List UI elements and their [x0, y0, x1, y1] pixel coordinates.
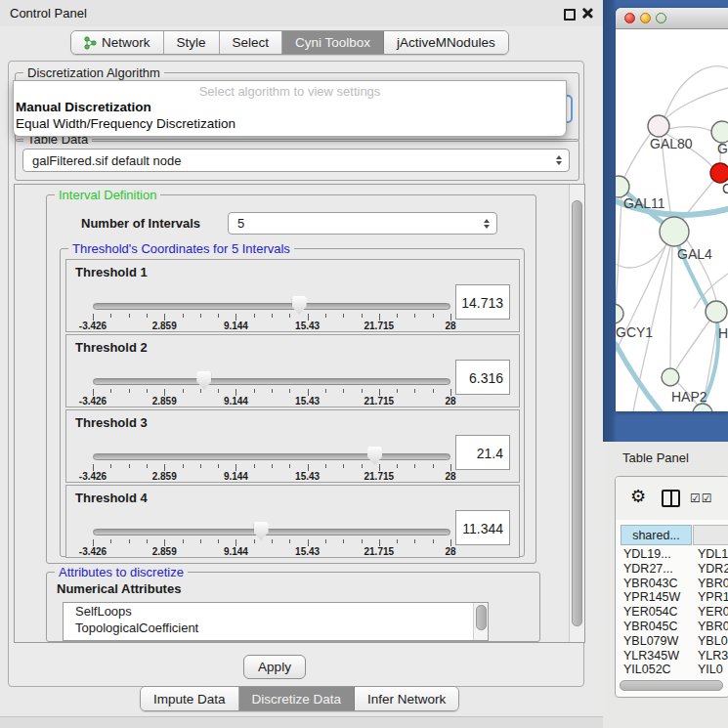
threshold-slider-track[interactable] [93, 303, 450, 310]
network-node[interactable] [616, 304, 623, 323]
bottom-tab-infer-network[interactable]: Infer Network [355, 687, 458, 710]
algorithm-dropdown-options: Manual DiscretizationEqual Width/Frequen… [14, 99, 566, 132]
threshold-panel: Threshold 1-3.4262.8599.14415.4321.71528… [65, 259, 520, 332]
attribute-list-item[interactable]: TopologicalCoefficient [64, 620, 488, 636]
threshold-slider-track[interactable] [93, 529, 450, 535]
minimize-traffic-light-icon[interactable] [640, 13, 651, 23]
zoom-traffic-light-icon[interactable] [656, 13, 666, 23]
table-row[interactable]: YLR345WYLR3 [621, 649, 728, 664]
thresholds-group-label: Threshold's Coordinates for 5 Intervals [68, 241, 294, 256]
split-columns-icon[interactable] [662, 490, 680, 507]
threshold-slider-track[interactable] [93, 453, 450, 460]
tab-select[interactable]: Select [220, 31, 283, 54]
network-node-label: C [722, 181, 728, 196]
network-node[interactable] [710, 163, 728, 183]
network-node-label: GCY1 [616, 324, 653, 340]
threshold-label: Threshold 2 [75, 340, 148, 355]
slider-tick-labels: -3.4262.8599.14415.4321.71528 [93, 321, 450, 331]
attributes-scrollbar-thumb[interactable] [476, 605, 487, 630]
settings-scrollpane: Interval Definition Number of Intervals … [14, 184, 585, 643]
numerical-attributes-list[interactable]: SelfLoopsTopologicalCoefficientBetweenne… [63, 602, 489, 641]
attribute-list-item[interactable]: SelfLoops [64, 603, 488, 620]
threshold-slider-thumb[interactable] [292, 296, 307, 315]
threshold-slider-track[interactable] [93, 378, 450, 385]
numerical-attributes-label: Numerical Attributes [57, 581, 181, 596]
network-node[interactable] [648, 115, 669, 137]
table-data-combo[interactable]: galFiltered.sif default node [22, 149, 570, 172]
tab-style[interactable]: Style [164, 31, 220, 54]
control-panel-window: Control Panel NetworkStyleSelectCyni Too… [0, 0, 603, 728]
cell-shared-name: YDR27... [623, 562, 673, 576]
attribute-items: SelfLoopsTopologicalCoefficientBetweenne… [64, 603, 488, 641]
gear-icon[interactable]: ⚙ [630, 488, 646, 505]
table-panel: ⚙ ☑☑ shared... n YDL19...YDL1YDR27...YDR… [615, 476, 728, 698]
table-panel-title: Table Panel [622, 450, 689, 465]
network-node[interactable] [660, 217, 689, 246]
table-row[interactable]: YBR043CYBR0 [621, 577, 728, 591]
algorithm-option[interactable]: Manual Discretization [14, 99, 566, 115]
number-of-intervals-combo[interactable]: 5 [228, 212, 497, 235]
tab-network[interactable]: Network [71, 31, 164, 54]
bottom-tab-impute-data[interactable]: Impute Data [141, 687, 239, 710]
threshold-value-field[interactable]: 21.4 [455, 435, 510, 470]
attributes-scrollbar[interactable] [473, 603, 488, 640]
network-node[interactable] [706, 301, 727, 322]
algorithm-option[interactable]: Equal Width/Frequency Discretization [14, 115, 566, 132]
network-node-label: H [718, 325, 728, 341]
threshold-slider-thumb[interactable] [367, 447, 382, 465]
network-node[interactable] [693, 404, 712, 411]
table-row[interactable]: YPR145WYPR1 [621, 590, 728, 605]
cell-name: YBR0 [698, 620, 728, 633]
network-view-window[interactable]: GAL80GALCGAL11GAL4GCY1HHAP2 [616, 8, 728, 411]
table-row[interactable]: YDL19...YDL1 [621, 547, 728, 562]
close-icon[interactable] [581, 8, 592, 19]
threshold-label: Threshold 1 [75, 265, 148, 279]
table-row[interactable]: YBR045CYBR0 [621, 620, 728, 634]
column-header-shared[interactable]: shared... [621, 525, 692, 545]
table-row[interactable]: YDR27...YDR2 [621, 562, 728, 577]
threshold-value-field[interactable]: 6.316 [455, 360, 510, 395]
slider-tick-labels: -3.4262.8599.14415.4321.71528 [93, 546, 450, 557]
cell-name: YLR3 [698, 649, 728, 663]
tab-label: jActiveMNodules [397, 35, 495, 50]
threshold-panel: Threshold 3-3.4262.8599.14415.4321.71528… [65, 409, 520, 483]
column-header-name[interactable]: n [693, 525, 728, 545]
checkbox-icons[interactable]: ☑☑ [690, 492, 713, 505]
settings-scrollbar-thumb[interactable] [572, 200, 582, 626]
cell-name: YER0 [698, 605, 728, 619]
table-data-combo-value: galFiltered.sif default node [32, 153, 181, 168]
cell-name: YPR1 [698, 590, 728, 604]
threshold-slider-thumb[interactable] [196, 371, 211, 390]
cyni-toolbox-panel: Discretization Algorithm Table Data galF… [8, 61, 584, 687]
settings-scrollbar[interactable] [569, 185, 584, 642]
control-panel-title: Control Panel [10, 6, 87, 21]
network-window-titlebar[interactable] [616, 8, 728, 29]
algorithm-dropdown-hint: Select algorithm to view settings [14, 84, 566, 99]
threshold-slider-thumb[interactable] [254, 522, 269, 540]
table-row[interactable]: YBL079WYBL0 [621, 634, 728, 649]
cell-name: YBL0 [698, 634, 728, 648]
tab-label: Cyni Toolbox [295, 35, 370, 50]
cell-shared-name: YIL052C [623, 663, 671, 676]
table-row[interactable]: YER054CYER0 [621, 605, 728, 620]
network-node[interactable] [711, 121, 728, 143]
float-window-icon[interactable] [564, 9, 576, 21]
bottom-tab-discretize-data[interactable]: Discretize Data [239, 687, 356, 710]
table-hscrollbar-thumb[interactable] [620, 680, 723, 691]
attribute-list-item[interactable]: BetweennessCentrality [64, 636, 488, 641]
cell-shared-name: YBL079W [623, 634, 678, 648]
close-traffic-light-icon[interactable] [624, 13, 635, 23]
threshold-value-field[interactable]: 14.713 [455, 284, 510, 320]
tab-label: Select [233, 35, 270, 50]
network-canvas[interactable]: GAL80GALCGAL11GAL4GCY1HHAP2 [616, 29, 728, 411]
cell-shared-name: YLR345W [623, 649, 679, 663]
cell-name: YDR2 [698, 562, 728, 576]
table-row[interactable]: YIL052CYIL0 [621, 663, 728, 677]
apply-button[interactable]: Apply [243, 655, 306, 679]
tab-cyni-toolbox[interactable]: Cyni Toolbox [282, 31, 384, 54]
top-tabbar: NetworkStyleSelectCyni ToolboxjActiveMNo… [70, 30, 509, 55]
cell-shared-name: YBR043C [623, 577, 678, 590]
threshold-value-field[interactable]: 11.344 [455, 510, 510, 545]
tab-jactivemnodules[interactable]: jActiveMNodules [384, 31, 508, 54]
network-node[interactable] [662, 368, 679, 386]
